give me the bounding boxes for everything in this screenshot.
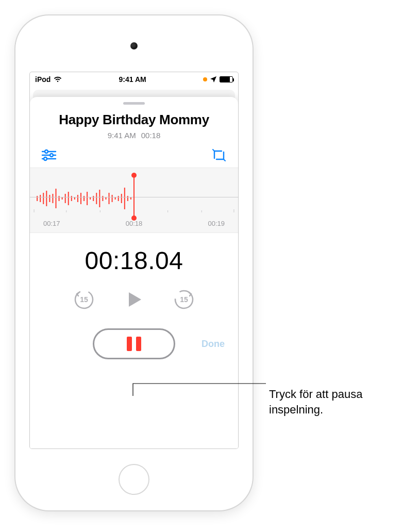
status-time: 9:41 AM: [119, 75, 146, 84]
svg-point-1: [45, 150, 48, 153]
wifi-icon: [54, 76, 62, 82]
tick-label: 00:19: [208, 220, 225, 227]
skip-back-15-button[interactable]: 15: [73, 289, 95, 310]
playhead[interactable]: [133, 175, 135, 218]
tick-label: 00:18: [126, 220, 143, 227]
front-camera: [130, 42, 138, 49]
battery-icon: [220, 76, 233, 82]
callout-annotation: Tryck för att pausa inspelning.: [269, 387, 362, 417]
options-icon[interactable]: [41, 149, 57, 161]
elapsed-timer: 00:18.04: [85, 246, 183, 275]
recording-subtitle: 9:41 AM 00:18: [108, 131, 161, 140]
recording-title: Happy Birthday Mommy: [59, 112, 209, 128]
play-button[interactable]: [123, 288, 145, 311]
svg-text:15: 15: [180, 295, 188, 304]
callout-text-line2: inspelning.: [269, 403, 323, 416]
carrier-label: iPod: [35, 75, 51, 84]
device-frame: iPod 9:41 AM Happy Birthday Mommy 9:41 A…: [15, 15, 253, 510]
tick-label: 00:17: [43, 220, 60, 227]
svg-point-3: [50, 154, 53, 157]
location-icon: [210, 76, 216, 82]
callout-text-line1: Tryck för att pausa: [269, 388, 362, 401]
svg-point-5: [44, 157, 47, 160]
recording-sheet: Happy Birthday Mommy 9:41 AM 00:18: [30, 97, 238, 448]
screen: iPod 9:41 AM Happy Birthday Mommy 9:41 A…: [30, 72, 238, 448]
recording-timestamp: 9:41 AM: [108, 131, 136, 140]
recording-duration: 00:18: [141, 131, 161, 140]
svg-text:15: 15: [80, 295, 88, 304]
waveform-area[interactable]: 00:17 00:18 00:19: [30, 168, 238, 233]
home-button[interactable]: [119, 464, 149, 495]
pause-icon: [127, 337, 141, 351]
transport-controls: 15 15: [73, 288, 195, 311]
sheet-grabber[interactable]: [123, 102, 145, 105]
trim-icon[interactable]: [211, 149, 227, 161]
skip-forward-15-button[interactable]: 15: [173, 289, 195, 310]
status-bar: iPod 9:41 AM: [30, 72, 238, 87]
recording-indicator-dot: [203, 77, 207, 81]
pause-recording-button[interactable]: [93, 328, 175, 359]
done-button[interactable]: Done: [202, 339, 225, 350]
